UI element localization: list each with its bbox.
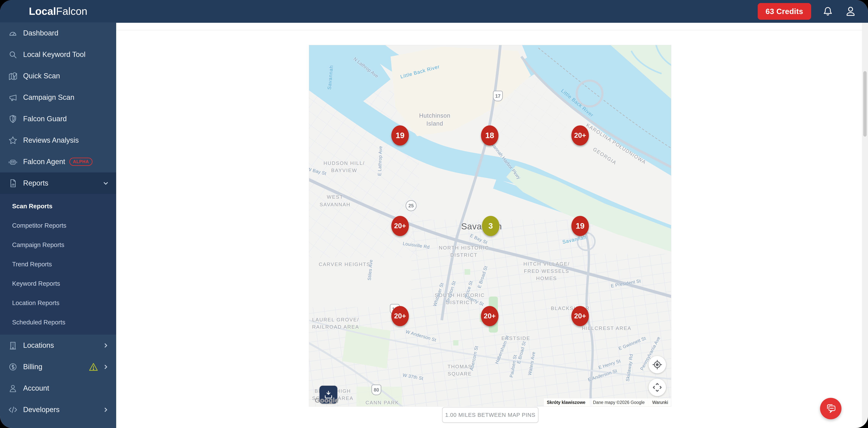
alpha-badge: ALPHA bbox=[69, 158, 92, 166]
rank-pin[interactable]: 20+ bbox=[391, 306, 409, 326]
sidebar-item-locations[interactable]: Locations bbox=[0, 335, 116, 356]
sidebar-item-label: Locations bbox=[23, 341, 54, 349]
building-icon bbox=[8, 341, 18, 350]
robot-icon bbox=[8, 157, 18, 166]
shield-icon bbox=[8, 114, 18, 123]
dollar-icon bbox=[8, 362, 18, 371]
chevron-right-icon bbox=[103, 407, 108, 412]
rank-pin[interactable]: 3 bbox=[482, 216, 499, 236]
account-button[interactable] bbox=[844, 5, 857, 18]
submenu-label: Trend Reports bbox=[12, 261, 52, 268]
megaphone-icon bbox=[8, 93, 18, 102]
map-area-label: BAYVIEW bbox=[331, 168, 357, 173]
chevron-right-icon bbox=[103, 343, 108, 348]
support-chat-button[interactable] bbox=[820, 398, 841, 419]
bell-icon bbox=[822, 6, 833, 17]
user-icon bbox=[845, 6, 856, 17]
submenu-item-campaign-reports[interactable]: Campaign Reports bbox=[0, 235, 116, 255]
sidebar-item-label: Quick Scan bbox=[23, 72, 60, 80]
sidebar-item-falcon-guard[interactable]: Falcon Guard bbox=[0, 108, 116, 130]
map-area-label: CARVER HEIGHTS bbox=[319, 261, 371, 267]
sidebar-item-reviews-analysis[interactable]: Reviews Analysis bbox=[0, 130, 116, 151]
sidebar-item-dashboard[interactable]: Dashboard bbox=[0, 22, 116, 44]
brand-logo[interactable]: LocalFalcon bbox=[0, 0, 116, 22]
scrollbar-thumb[interactable] bbox=[863, 71, 867, 137]
sidebar-item-account[interactable]: Account bbox=[0, 377, 116, 399]
submenu-label: Keyword Reports bbox=[12, 280, 60, 287]
submenu-label: Scan Reports bbox=[12, 203, 53, 210]
map-area-label: SQUARE bbox=[447, 371, 472, 377]
sidebar-item-label: Local Keyword Tool bbox=[23, 51, 86, 59]
dashboard-icon bbox=[8, 29, 18, 38]
rank-pin[interactable]: 19 bbox=[391, 125, 409, 145]
sidebar-item-developers[interactable]: Developers bbox=[0, 399, 116, 420]
credits-badge[interactable]: 63 Credits bbox=[758, 3, 811, 20]
map-area-label: RAILROAD AREA bbox=[312, 324, 359, 330]
submenu-item-trend-reports[interactable]: Trend Reports bbox=[0, 255, 116, 274]
sidebar-item-label: Developers bbox=[23, 406, 60, 414]
rank-pin[interactable]: 19 bbox=[571, 216, 589, 236]
submenu-label: Scheduled Reports bbox=[12, 319, 65, 326]
sidebar-item-quick-scan[interactable]: Quick Scan bbox=[0, 65, 116, 87]
submenu-item-scheduled-reports[interactable]: Scheduled Reports bbox=[0, 313, 116, 332]
submenu-item-competitor-reports[interactable]: Competitor Reports bbox=[0, 216, 116, 235]
my-location-button[interactable] bbox=[649, 356, 666, 373]
route-shield: 80 bbox=[371, 384, 381, 395]
sidebar-item-label: Campaign Scan bbox=[23, 93, 74, 102]
rank-pin[interactable]: 20+ bbox=[481, 306, 498, 326]
map-area-label: LAUREL GROVE/ bbox=[312, 317, 359, 323]
route-shield: 25 bbox=[406, 200, 416, 211]
scrollbar-track[interactable] bbox=[862, 23, 868, 428]
topbar: 63 Credits bbox=[116, 0, 868, 23]
submenu-item-keyword-reports[interactable]: Keyword Reports bbox=[0, 274, 116, 293]
rank-pin[interactable]: 20+ bbox=[571, 125, 589, 145]
map-area-label: HILLCREST AREA bbox=[582, 325, 631, 331]
sidebar-item-billing[interactable]: Billing bbox=[0, 356, 116, 377]
pan-button[interactable] bbox=[649, 379, 666, 396]
map-area-label: SOUTH HISTORIC bbox=[435, 292, 485, 298]
chat-icon bbox=[825, 403, 837, 415]
rank-pin[interactable]: 20+ bbox=[391, 216, 409, 236]
map-area-label: HOMES bbox=[536, 276, 557, 281]
scan-map[interactable]: Hutchinson Island HUDSON HILL/ BAYVIEW W… bbox=[309, 45, 671, 406]
code-icon bbox=[8, 405, 18, 414]
keyboard-shortcuts-link[interactable]: Skróty klawiszowe bbox=[547, 400, 585, 405]
map-area-label: HITCH VILLAGE/ bbox=[523, 261, 570, 267]
sidebar-item-label: Reviews Analysis bbox=[23, 136, 79, 144]
terms-link[interactable]: Warunki bbox=[652, 400, 668, 405]
submenu-label: Competitor Reports bbox=[12, 222, 66, 229]
map-pin-icon bbox=[8, 72, 18, 81]
submenu-label: Location Reports bbox=[12, 299, 59, 307]
map-area-label: WEST bbox=[327, 194, 343, 200]
map-area-label: NORTH HISTORIC bbox=[439, 245, 489, 251]
submenu-label: Campaign Reports bbox=[12, 241, 64, 249]
map-attribution: Skróty klawiszowe Dane mapy ©2026 Google… bbox=[544, 398, 671, 406]
map-area-label: HUDSON HILL/ bbox=[323, 160, 365, 166]
sidebar-item-label: Reports bbox=[23, 179, 48, 187]
map-area-label: THOMAS bbox=[447, 364, 472, 370]
submenu-item-location-reports[interactable]: Location Reports bbox=[0, 293, 116, 313]
sidebar-item-falcon-agent[interactable]: Falcon Agent ALPHA bbox=[0, 151, 116, 172]
submenu-item-scan-reports[interactable]: Scan Reports bbox=[0, 197, 116, 216]
notifications-button[interactable] bbox=[822, 5, 834, 18]
sidebar-item-label: Dashboard bbox=[23, 29, 58, 37]
reports-submenu: Scan Reports Competitor Reports Campaign… bbox=[0, 194, 116, 335]
rank-pin[interactable]: 18 bbox=[481, 125, 498, 145]
star-icon bbox=[8, 136, 18, 145]
locate-icon bbox=[652, 360, 662, 370]
sidebar-item-campaign-scan[interactable]: Campaign Scan bbox=[0, 87, 116, 108]
sidebar: LocalFalcon Dashboard Local Keyword Tool… bbox=[0, 0, 116, 428]
report-doc-icon bbox=[8, 179, 18, 188]
map-area-label: FRED WESSELS bbox=[524, 268, 569, 274]
person-icon bbox=[8, 384, 18, 393]
chevron-down-icon bbox=[103, 180, 108, 186]
map-area-label: Hutchinson bbox=[419, 112, 450, 119]
pin-distance-note: 1.00 MILES BETWEEN MAP PINS bbox=[442, 407, 538, 423]
sidebar-item-reports[interactable]: Reports bbox=[0, 172, 116, 194]
rank-pin[interactable]: 20+ bbox=[571, 306, 589, 326]
google-logo[interactable]: Google bbox=[315, 397, 339, 404]
sidebar-item-local-keyword-tool[interactable]: Local Keyword Tool bbox=[0, 44, 116, 65]
brand-bold: Local bbox=[29, 5, 56, 17]
sidebar-item-label: Falcon Agent bbox=[23, 158, 65, 166]
content-divider bbox=[116, 30, 862, 30]
